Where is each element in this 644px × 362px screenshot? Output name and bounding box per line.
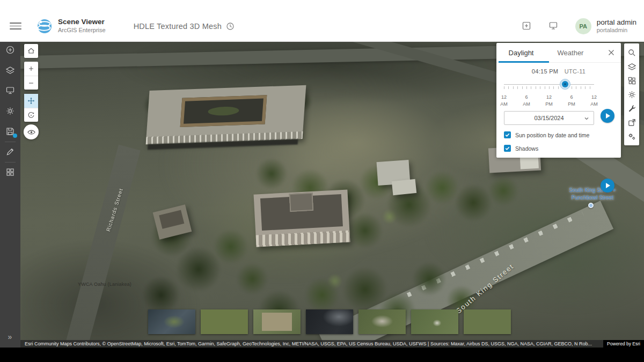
powered-by-esri: Powered by Esri bbox=[603, 340, 644, 348]
slides-filmstrip bbox=[148, 309, 511, 334]
scene-title: HDLE Textured 3D Mesh bbox=[134, 22, 222, 31]
slide-thumbnail-3[interactable] bbox=[253, 309, 301, 334]
share-icon[interactable] bbox=[625, 115, 639, 129]
slide-thumbnail-2[interactable] bbox=[201, 309, 248, 334]
time-slider-ticks bbox=[504, 86, 594, 89]
rotate-tool-button[interactable] bbox=[24, 108, 38, 122]
components-grid-icon[interactable] bbox=[5, 167, 15, 177]
slide-thumbnail-7[interactable] bbox=[464, 309, 511, 334]
new-scene-icon[interactable] bbox=[522, 21, 532, 32]
divider bbox=[5, 142, 16, 142]
intersection-label: South King Street + Punchbowl Street bbox=[557, 187, 628, 201]
slide-thumbnail-5[interactable] bbox=[358, 309, 406, 334]
add-layer-icon[interactable] bbox=[5, 45, 15, 55]
menu-icon[interactable] bbox=[10, 20, 21, 32]
tab-weather[interactable]: Weather bbox=[546, 49, 595, 57]
screen: Scene Viewer ArcGIS Enterprise HDLE Text… bbox=[0, 0, 644, 362]
slides-icon[interactable] bbox=[5, 86, 15, 95]
save-icon[interactable] bbox=[5, 127, 15, 136]
analysis-wrench-icon[interactable] bbox=[625, 101, 639, 115]
building-state-capitol bbox=[146, 85, 306, 144]
divider bbox=[5, 162, 16, 162]
poi-label-ywca: YWCA Oahu (Laniakea) bbox=[78, 282, 131, 287]
daylight-panel: Daylight Weather 04:15 PM UTC-11 bbox=[496, 43, 621, 158]
zoom-control-group bbox=[24, 62, 38, 90]
settings-gears-icon[interactable] bbox=[625, 129, 639, 143]
user-username: portaladmin bbox=[597, 27, 636, 34]
zoom-out-button[interactable] bbox=[24, 76, 38, 90]
daylight-sun-icon[interactable] bbox=[625, 87, 639, 101]
app-header: Scene Viewer ArcGIS Enterprise HDLE Text… bbox=[0, 0, 644, 42]
search-icon[interactable] bbox=[625, 46, 639, 60]
home-button-group bbox=[24, 44, 38, 58]
home-button[interactable] bbox=[24, 44, 38, 58]
basemap-icon[interactable] bbox=[625, 73, 639, 87]
play-date-button[interactable] bbox=[601, 179, 614, 193]
properties-gear-icon[interactable] bbox=[5, 106, 15, 116]
attribution-bar: Esri Community Maps Contributors, © Open… bbox=[20, 340, 644, 348]
slider-tick-labels: 12AM 6AM 12PM 6PM 12AM bbox=[496, 94, 621, 109]
date-value: 03/15/2024 bbox=[534, 115, 564, 121]
slide-thumbnail-4[interactable] bbox=[306, 309, 353, 334]
scene-viewer-app: Scene Viewer ArcGIS Enterprise HDLE Text… bbox=[0, 0, 644, 348]
slide-thumbnail-1[interactable] bbox=[148, 309, 195, 334]
sun-position-checkbox[interactable] bbox=[504, 131, 511, 138]
pan-rotate-group bbox=[24, 94, 38, 122]
attribution-text: Esri Community Maps Contributors, © Open… bbox=[20, 341, 603, 346]
expand-panel-chevron[interactable]: » bbox=[0, 333, 20, 341]
presentation-icon[interactable] bbox=[548, 21, 559, 32]
tab-daylight[interactable]: Daylight bbox=[496, 49, 546, 57]
clock-icon bbox=[226, 22, 235, 31]
layer-manager-icon[interactable] bbox=[5, 65, 15, 75]
unsaved-changes-badge bbox=[13, 134, 17, 138]
scene-3d-viewport[interactable]: Richards Street South King Street South … bbox=[20, 42, 644, 348]
close-icon[interactable] bbox=[607, 48, 616, 57]
building-white bbox=[392, 179, 416, 195]
active-tab-underline bbox=[499, 61, 549, 63]
chevron-down-icon bbox=[584, 116, 589, 121]
designer-toolbar: » bbox=[0, 42, 20, 348]
shadows-label: Shadows bbox=[515, 145, 538, 152]
esri-logo-icon bbox=[36, 18, 53, 34]
pan-tool-button[interactable] bbox=[24, 94, 38, 108]
intersection-marker[interactable] bbox=[588, 203, 594, 208]
play-icon bbox=[606, 183, 610, 188]
sun-position-label: Sun position by date and time bbox=[515, 132, 589, 138]
building-iolani-palace bbox=[254, 189, 350, 247]
slide-thumbnail-6[interactable] bbox=[411, 309, 458, 334]
time-slider-track[interactable] bbox=[504, 84, 594, 85]
avatar[interactable]: PA bbox=[575, 18, 591, 34]
viewer-tools-toolbar bbox=[624, 43, 639, 145]
app-subtitle: ArcGIS Enterprise bbox=[58, 27, 106, 34]
time-value: 04:15 PM bbox=[532, 68, 558, 75]
app-title: Scene Viewer bbox=[58, 18, 106, 27]
capitol-courtyard bbox=[180, 95, 267, 127]
user-name: portal admin bbox=[597, 18, 636, 27]
date-select[interactable]: 03/15/2024 bbox=[504, 111, 594, 125]
user-menu[interactable]: PA portal admin portaladmin bbox=[575, 18, 636, 34]
shadows-checkbox[interactable] bbox=[504, 145, 511, 152]
look-around-eye-button[interactable] bbox=[24, 124, 39, 139]
edit-icon[interactable] bbox=[5, 147, 15, 157]
timezone-value: UTC-11 bbox=[565, 68, 586, 75]
zoom-in-button[interactable] bbox=[24, 62, 38, 76]
layers-icon[interactable] bbox=[625, 60, 639, 73]
